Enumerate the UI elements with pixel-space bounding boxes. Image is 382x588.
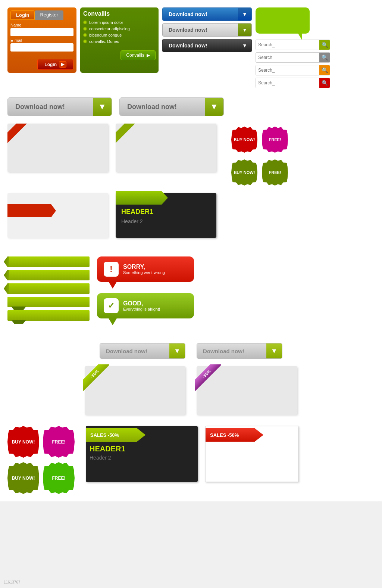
download-btn-large-2-arrow: ▼ [205,98,223,116]
search-input-1[interactable] [256,40,319,50]
download-buttons-col: Download now! ▼ Download now! ▼ Download… [162,7,252,52]
name-input[interactable] [10,28,73,36]
row8: BUY NOW! FREE! BUY NOW! FREE! SALES -50%… [4,419,378,498]
badge-large-free-magenta[interactable]: FREE! [43,426,75,458]
download-btn-dark[interactable]: Download now! ▼ [162,39,252,52]
download-btn-large-2[interactable]: Download now! ▼ [119,97,224,116]
convallis-arrow-icon: ▶ [147,53,150,58]
download-btn-gray1-arrow: ▼ [238,24,251,36]
login-arrow-icon: ▶ [59,61,66,68]
watermark: 11613767 [4,580,21,584]
ribbon-strip-1 [7,256,90,267]
convallis-item-3: bibendum congue [83,33,156,37]
download-btn-dark-label: Download now! [163,39,238,52]
badge-buy-now-red[interactable]: BUY NOW! [231,127,257,153]
search-box-3[interactable]: 🔍 [256,65,330,75]
email-label: E-mail [10,38,73,43]
tab-login[interactable]: Login [10,10,35,20]
download-btn-gray1[interactable]: Download now! ▼ [162,23,252,37]
convallis-item-1: Lorem ipsum dolor [83,20,156,25]
header-card-sub2: Header 2 [90,455,198,461]
badge-row-pair-1: BUY NOW! FREE! [7,426,75,458]
ribbons-col [7,256,82,321]
download-btn-med-2[interactable]: Download now! ▼ [197,343,282,359]
badge-large-buy-olive[interactable]: BUY NOW! [7,462,39,494]
login-form: Name E-mail Login ▶ [10,23,73,70]
search-box-1[interactable]: 🔍 [256,40,330,50]
login-widget: Login Register Name E-mail Login ▶ [7,7,76,73]
badges-row-top: BUY NOW! FREE! [231,127,288,153]
arrow-card [7,193,108,238]
row6-download: Download now! ▼ Download now! ▼ [4,324,378,363]
search-input-4[interactable] [256,78,319,88]
search-button-gray[interactable]: 🔍 [319,53,330,62]
ribbon-strip-3 [7,283,90,294]
search-button-red[interactable]: 🔍 [319,78,330,88]
search-col: 🔍 🔍 🔍 🔍 [256,40,330,88]
row5: ! SORRY, Something went wrong ✓ GOOD, Ev… [4,253,378,324]
sorry-icon-box: ! [104,262,119,277]
sales-label-green: SALES -50% [86,428,145,442]
convallis-item-4: convallis. Donec [83,39,156,44]
download-btn-large-1-arrow: ▼ [93,98,112,116]
download-btn-dark-arrow: ▼ [238,39,251,52]
search-input-3[interactable] [256,65,319,75]
download-btn-med-1-label: Download now! [100,343,169,358]
badge-free-magenta[interactable]: FREE! [262,127,288,153]
ribbon-50-purple [195,364,225,394]
download-btn-med-1-arrow: ▼ [169,343,185,358]
badge-buy-now-olive[interactable]: BUY NOW! [231,159,257,186]
tab-register[interactable]: Register [35,10,63,20]
header-card-sub: Header 2 [121,218,143,224]
alert-sorry: ! SORRY, Something went wrong [97,256,194,282]
search-input-2[interactable] [256,53,319,62]
search-box-4[interactable]: 🔍 [256,78,330,88]
badges-row-bottom: BUY NOW! FREE! [231,159,288,186]
search-button-green[interactable]: 🔍 [319,40,330,50]
corner-card-50-green [85,366,185,415]
corner-ribbon-red [7,124,30,146]
alert-good: ✓ GOOD, Everything is alright! [97,293,194,318]
row4: HEADER1 Header 2 [4,189,378,242]
email-input[interactable] [10,43,73,52]
search-button-orange[interactable]: 🔍 [319,65,330,75]
bullet-icon [83,27,87,31]
speech-bubble [256,7,310,34]
convallis-widget: Convallis Lorem ipsum dolor consectetur … [80,7,159,73]
header-card-1: HEADER1 Header 2 [116,193,216,238]
row1-right: 🔍 🔍 🔍 🔍 [256,7,330,88]
download-btn-med-2-label: Download now! [197,343,266,358]
header-card-title: HEADER1 [121,208,153,216]
search-icon-red: 🔍 [322,80,328,86]
convallis-button[interactable]: Convallis ▶ [120,50,156,60]
header-card-title2: HEADER1 [90,445,198,453]
download-btn-med-2-arrow: ▼ [266,343,282,358]
header-cards-bottom: SALES -50% HEADER1 Header 2 SALES -50% [86,426,298,482]
row2-download: Download now! ▼ Download now! ▼ [4,92,378,120]
login-button[interactable]: Login ▶ [37,59,73,70]
download-btn-blue[interactable]: Download now! ▼ [162,7,252,21]
corner-card-green-1 [116,124,216,172]
download-btn-blue-arrow: ▼ [238,8,251,21]
bubble-search-area [256,7,310,34]
badge-free-olive[interactable]: FREE! [262,159,288,186]
ribbon-strip-2 [7,270,90,280]
convallis-item-2: consectetur adipiscing [83,27,156,31]
header-card-light-sales: SALES -50% [205,426,298,482]
bullet-icon [83,33,87,37]
badge-row-pair-2: BUY NOW! FREE! [7,462,75,494]
corner-card-red-1 [7,124,108,172]
search-box-2[interactable]: 🔍 [256,52,330,63]
download-btn-med-1[interactable]: Download now! ▼ [100,343,185,359]
alert-sorry-text: SORRY, Something went wrong [123,264,165,275]
corner-card-50-purple [197,366,297,415]
search-icon-green: 🔍 [322,42,328,48]
name-label: Name [10,23,73,27]
header-card-dark-sales: SALES -50% HEADER1 Header 2 [86,426,198,482]
download-btn-gray1-label: Download now! [163,24,238,36]
badge-large-buy-red[interactable]: BUY NOW! [7,426,39,458]
badge-large-free-green[interactable]: FREE! [43,462,75,494]
download-btn-blue-label: Download now! [163,8,238,21]
download-btn-large-1[interactable]: Download now! ▼ [7,97,112,116]
row7-corner-cards [4,363,378,419]
